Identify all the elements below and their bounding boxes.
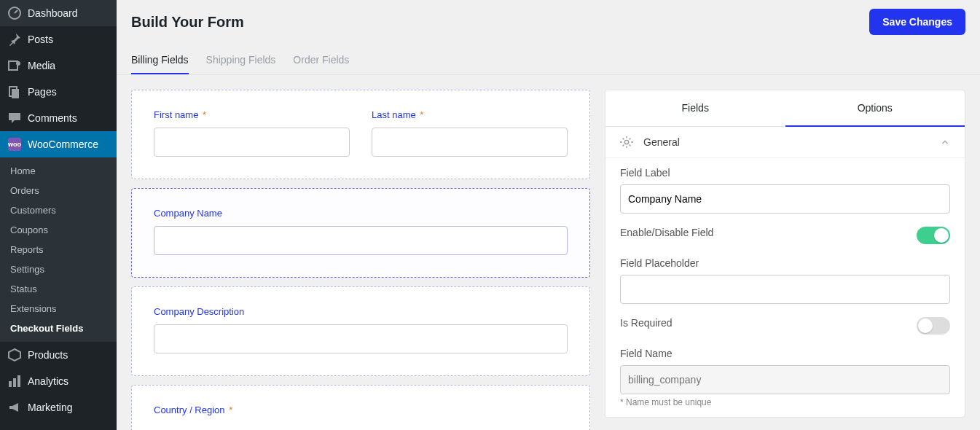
menu-analytics[interactable]: Analytics [0, 368, 117, 394]
svg-rect-6 [13, 378, 16, 387]
svg-point-8 [624, 140, 628, 144]
field-label: Company Name [154, 208, 568, 219]
menu-woocommerce[interactable]: woo WooCommerce [0, 131, 117, 157]
submenu-reports[interactable]: Reports [0, 240, 117, 259]
panel-tab-options[interactable]: Options [785, 90, 965, 127]
field-label: First name * [154, 109, 350, 120]
svg-rect-4 [12, 89, 19, 98]
menu-label: Dashboard [28, 7, 78, 19]
menu-media[interactable]: Media [0, 52, 117, 79]
menu-posts[interactable]: Posts [0, 26, 117, 52]
field-label-input[interactable] [620, 184, 950, 214]
menu-comments[interactable]: Comments [0, 105, 117, 131]
tab-shipping[interactable]: Shipping Fields [206, 54, 276, 74]
field-label: Country / Region * [154, 404, 568, 415]
option-label: Field Label [620, 167, 950, 179]
menu-pages[interactable]: Pages [0, 79, 117, 105]
menu-label: Products [28, 349, 68, 361]
submenu-settings[interactable]: Settings [0, 259, 117, 279]
section-title: General [643, 136, 940, 148]
submenu-extensions[interactable]: Extensions [0, 299, 117, 318]
menu-label: Posts [28, 34, 53, 45]
submenu-customers[interactable]: Customers [0, 200, 117, 220]
menu-label: Analytics [28, 375, 68, 387]
section-body: Field Label Enable/Disable Field Field P… [605, 158, 965, 417]
section-general-header[interactable]: General [605, 127, 965, 158]
gear-icon [620, 136, 633, 149]
svg-point-2 [16, 61, 20, 66]
form-tabs: Billing Fields Shipping Fields Order Fie… [117, 35, 980, 75]
menu-label: WooCommerce [28, 138, 98, 150]
options-panel: Fields Options General Field Label Enabl… [605, 90, 965, 418]
field-block[interactable]: Country / Region * [131, 385, 590, 430]
bars-icon [7, 374, 22, 388]
panel-tab-fields[interactable]: Fields [605, 90, 785, 127]
first-name-input[interactable] [154, 128, 350, 157]
svg-rect-5 [9, 381, 12, 387]
comment-icon [7, 111, 22, 125]
company-description-input[interactable] [154, 324, 568, 353]
submenu-coupons[interactable]: Coupons [0, 220, 117, 240]
field-block[interactable]: First name * Last name * [131, 90, 590, 179]
submenu-status[interactable]: Status [0, 279, 117, 299]
admin-sidebar: Dashboard Posts Media Pages Comments woo… [0, 0, 117, 430]
topbar: Build Your Form Save Changes [117, 0, 980, 35]
option-label: Enable/Disable Field [620, 227, 713, 238]
field-label: Last name * [372, 109, 568, 120]
option-label: Is Required [620, 317, 673, 329]
field-block[interactable]: Company Description [131, 286, 590, 376]
submenu-orders[interactable]: Orders [0, 181, 117, 200]
page-title: Build Your Form [131, 14, 244, 31]
megaphone-icon [7, 400, 22, 415]
option-label: Field Name [620, 348, 950, 359]
tab-billing[interactable]: Billing Fields [131, 54, 189, 74]
menu-products[interactable]: Products [0, 342, 117, 368]
submenu-home[interactable]: Home [0, 161, 117, 181]
form-builder: First name * Last name * Company Name Co… [131, 90, 590, 418]
company-name-input[interactable] [154, 226, 568, 255]
save-button[interactable]: Save Changes [869, 9, 965, 35]
content-area: Build Your Form Save Changes Billing Fie… [117, 0, 980, 430]
workspace: First name * Last name * Company Name Co… [117, 75, 980, 430]
tab-order[interactable]: Order Fields [293, 54, 349, 74]
submenu-checkout-fields[interactable]: Checkout Fields [0, 318, 117, 338]
menu-label: Pages [28, 86, 57, 98]
pin-icon [7, 32, 22, 47]
box-icon [7, 348, 22, 362]
chevron-up-icon [940, 137, 950, 147]
dashboard-icon [7, 6, 22, 20]
last-name-input[interactable] [372, 128, 568, 157]
media-icon [7, 58, 22, 73]
field-label: Company Description [154, 306, 568, 317]
menu-dashboard[interactable]: Dashboard [0, 0, 117, 26]
field-block-selected[interactable]: Company Name [131, 188, 590, 278]
help-text: * Name must be unique [620, 397, 950, 407]
menu-label: Marketing [28, 402, 72, 413]
menu-label: Comments [28, 112, 77, 124]
svg-rect-1 [9, 61, 17, 70]
woocommerce-submenu: Home Orders Customers Coupons Reports Se… [0, 157, 117, 342]
menu-label: Media [28, 60, 55, 71]
woo-icon: woo [7, 137, 22, 152]
field-placeholder-input[interactable] [620, 275, 950, 304]
option-label: Field Placeholder [620, 257, 950, 269]
field-name-input [620, 365, 950, 394]
menu-marketing[interactable]: Marketing [0, 394, 117, 421]
svg-rect-7 [17, 375, 20, 387]
pages-icon [7, 85, 22, 99]
enable-toggle[interactable] [917, 227, 950, 244]
required-toggle[interactable] [917, 317, 950, 335]
